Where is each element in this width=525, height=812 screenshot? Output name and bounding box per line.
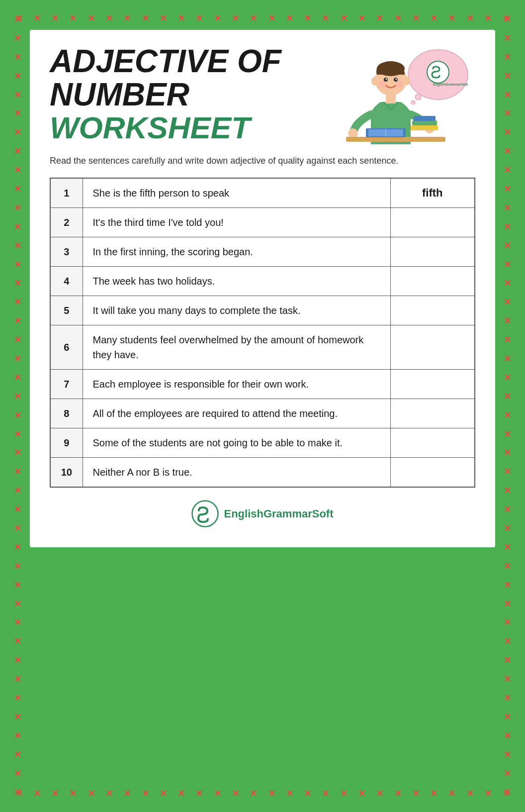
x-mark: ✕ [195,789,203,798]
x-mark: ✕ [160,789,167,798]
x-mark: ✕ [504,430,511,439]
header-illustration: EnglishGrammarSoft [336,40,475,149]
x-mark: ✕ [358,789,365,798]
x-mark: ✕ [504,694,511,703]
x-mark: ✕ [504,222,511,231]
x-mark: ✕ [504,91,511,100]
x-mark: ✕ [504,279,511,288]
x-mark: ✕ [88,789,95,798]
x-mark: ✕ [214,789,221,798]
x-mark: ✕ [177,789,185,798]
page-title-worksheet: WORKSHEET [50,111,336,144]
x-mark: ✕ [14,241,21,250]
x-mark: ✕ [69,789,77,798]
x-mark: ✕ [504,731,511,740]
x-mark: ✕ [123,789,131,798]
x-mark: ✕ [504,543,511,552]
title-block: ADJECTIVE OF NUMBER WORKSHEET [50,45,336,144]
x-mark: ✕ [14,731,21,740]
x-mark: ✕ [504,373,511,382]
x-mark: ✕ [412,14,420,23]
x-mark: ✕ [504,675,511,684]
x-mark: ✕ [504,524,511,533]
x-mark: ✕ [14,203,21,212]
x-mark: ✕ [14,373,21,382]
x-mark: ✕ [14,524,21,533]
x-mark: ✕ [69,14,77,23]
x-border-left: ✕ ✕ ✕ ✕ ✕ ✕ ✕ ✕ ✕ ✕ ✕ ✕ ✕ ✕ ✕ ✕ ✕ ✕ ✕ ✕ … [14,10,21,802]
x-mark: ✕ [142,789,149,798]
x-mark: ✕ [123,14,131,23]
row-number: 8 [50,399,83,428]
x-mark: ✕ [160,14,167,23]
page-wrapper: ✕ ✕ ✕ ✕ ✕ ✕ ✕ ✕ ✕ ✕ ✕ ✕ ✕ ✕ ✕ ✕ ✕ ✕ ✕ ✕ … [10,10,515,802]
svg-point-13 [371,77,378,86]
svg-rect-23 [412,120,437,125]
row-answer [390,428,475,458]
x-mark: ✕ [504,166,511,175]
x-mark: ✕ [14,637,21,646]
svg-rect-15 [386,95,396,103]
x-mark: ✕ [14,53,21,62]
x-mark: ✕ [14,694,21,703]
x-mark: ✕ [14,486,21,495]
x-border-top: ✕ ✕ ✕ ✕ ✕ ✕ ✕ ✕ ✕ ✕ ✕ ✕ ✕ ✕ ✕ ✕ ✕ ✕ ✕ ✕ … [10,14,515,23]
x-mark: ✕ [14,72,21,81]
row-sentence: Some of the students are not going to be… [83,428,390,458]
x-mark: ✕ [504,335,511,344]
row-answer [390,325,475,370]
x-mark: ✕ [504,618,511,627]
table-row: 5It will take you many days to complete … [50,296,475,325]
x-mark: ✕ [14,467,21,476]
svg-point-3 [427,61,449,83]
table-row: 9Some of the students are not going to b… [50,428,475,458]
x-mark: ✕ [412,789,420,798]
x-mark: ✕ [376,789,383,798]
footer-logo-icon [191,500,219,527]
x-mark: ✕ [504,712,511,721]
row-answer [390,399,475,428]
worksheet-table: 1She is the fifth person to speakfifth2I… [50,178,475,488]
row-answer [390,296,475,325]
row-answer: fifth [390,178,475,208]
table-row: 10Neither A nor B is true. [50,458,475,488]
row-answer [390,208,475,237]
table-row: 7Each employee is responsible for their … [50,370,475,399]
x-mark: ✕ [304,14,311,23]
x-mark: ✕ [14,166,21,175]
x-mark: ✕ [504,53,511,62]
x-mark: ✕ [232,14,239,23]
x-mark: ✕ [504,260,511,269]
row-sentence: It will take you many days to complete t… [83,296,390,325]
x-mark: ✕ [504,185,511,194]
svg-point-2 [411,101,415,104]
x-mark: ✕ [484,789,492,798]
x-mark: ✕ [14,675,21,684]
x-mark: ✕ [504,562,511,571]
row-answer [390,370,475,399]
page-title-line1: ADJECTIVE OF [50,45,336,78]
x-mark: ✕ [394,789,402,798]
x-mark: ✕ [105,14,113,23]
x-mark: ✕ [448,14,455,23]
row-sentence: Each employee is responsible for their o… [83,370,390,399]
x-mark: ✕ [232,789,239,798]
row-number: 9 [50,428,83,458]
x-mark: ✕ [14,430,21,439]
x-mark: ✕ [177,14,185,23]
x-mark: ✕ [504,600,511,609]
x-mark: ✕ [14,618,21,627]
x-mark: ✕ [14,562,21,571]
x-mark: ✕ [504,316,511,325]
x-mark: ✕ [33,14,41,23]
x-mark: ✕ [504,467,511,476]
row-number: 10 [50,458,83,488]
svg-point-14 [403,77,410,86]
page-title-line2: NUMBER [50,78,336,111]
x-mark: ✕ [394,14,402,23]
x-mark: ✕ [14,543,21,552]
row-sentence: She is the fifth person to speak [83,178,390,208]
x-mark: ✕ [504,203,511,212]
x-mark: ✕ [14,656,21,665]
x-mark: ✕ [504,411,511,420]
